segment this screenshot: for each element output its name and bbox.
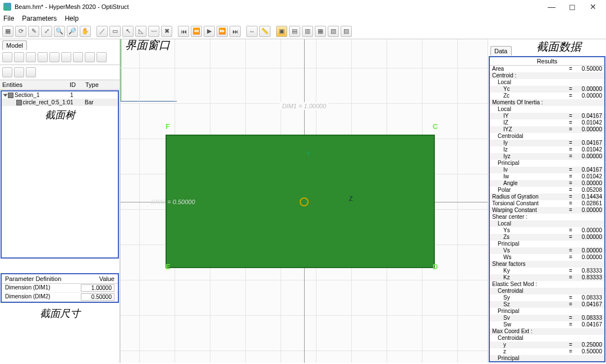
param-row[interactable]: Dimension (DIM2)0.50000 xyxy=(2,293,118,302)
result-row: y=0.25000 xyxy=(490,342,604,348)
close-button[interactable]: ✕ xyxy=(584,2,603,11)
zoom-in-icon[interactable]: 🔍 xyxy=(54,26,65,37)
result-row: Centroidal xyxy=(490,288,604,294)
result-row: Iw=0.01042 xyxy=(490,173,604,180)
result-row: Iy=0.04167 xyxy=(490,140,604,146)
viewport[interactable]: 界面窗口 DIM1 = 1.00000 DIM2 = 0.50000 F C E… xyxy=(120,39,488,363)
play-prev-icon[interactable]: ⏪ xyxy=(191,26,202,37)
measure-icon[interactable]: ↔ xyxy=(246,26,258,37)
layout-5-icon[interactable]: ▧ xyxy=(328,26,339,37)
result-row: Zs=0.00000 xyxy=(490,234,604,241)
result-row: Local xyxy=(490,79,604,86)
window-title: Beam.hm* - HyperMesh 2020 - OptiStruct xyxy=(15,3,129,10)
maximize-button[interactable]: ◻ xyxy=(563,2,582,11)
tree-header-entities[interactable]: Entities xyxy=(2,81,70,88)
pointer-icon[interactable]: ↖ xyxy=(122,26,134,37)
result-row: Iz=0.01042 xyxy=(490,146,604,153)
result-row: Elastic Sect Mod : xyxy=(490,281,604,288)
annotation-data: 截面数据 xyxy=(512,39,606,56)
app-logo-icon xyxy=(3,3,11,11)
layout-4-icon[interactable]: ▦ xyxy=(315,26,326,37)
result-row: Angle=0.00000 xyxy=(490,180,604,187)
result-row: Yc=0.00000 xyxy=(490,86,604,93)
play-next-icon[interactable]: ⏩ xyxy=(217,26,228,37)
left-panel: Model Entities ID Type Section_11circle_… xyxy=(0,39,120,363)
result-row: Centroid : xyxy=(490,72,604,79)
result-row: Kz=0.83333 xyxy=(490,274,604,281)
poly-icon[interactable]: ◺ xyxy=(135,26,146,37)
browser-component-icon[interactable] xyxy=(14,52,24,62)
browser-property-icon[interactable] xyxy=(38,52,48,62)
result-row: Zc=0.00000 xyxy=(490,93,604,99)
minimize-button[interactable]: — xyxy=(542,2,561,11)
layout-6-icon[interactable]: ▨ xyxy=(341,26,352,37)
result-row: Centroidal xyxy=(490,335,604,342)
axis-z-label: Z xyxy=(349,195,353,202)
rect-icon[interactable]: ▭ xyxy=(109,26,121,37)
refresh-icon[interactable]: ⟳ xyxy=(15,26,26,37)
result-row: v=0.25000 xyxy=(490,362,604,362)
curve-icon[interactable]: 〰 xyxy=(148,26,159,37)
browser-other-icon[interactable] xyxy=(97,52,107,62)
layout-2-icon[interactable]: ▤ xyxy=(289,26,300,37)
tab-model[interactable]: Model xyxy=(2,40,27,50)
result-row: Sy=0.08333 xyxy=(490,294,604,301)
pan-icon[interactable]: ✋ xyxy=(80,26,91,37)
layout-3-icon[interactable]: ▥ xyxy=(302,26,313,37)
tree-row[interactable]: circle_rect_0:5_1:01Bar xyxy=(2,99,118,106)
result-row: Moments Of Inertia : xyxy=(490,99,604,106)
delete-icon[interactable]: ✖ xyxy=(161,26,172,37)
result-row: Principal xyxy=(490,241,604,247)
result-row: Local xyxy=(490,106,604,113)
play-last-icon[interactable]: ⏭ xyxy=(229,26,241,37)
parameter-box: Parameter Definition Value Dimension (DI… xyxy=(1,273,119,303)
result-row: Torsional Constant=0.02861 xyxy=(490,200,604,207)
result-row: Principal xyxy=(490,160,604,167)
play-icon[interactable]: ▶ xyxy=(204,26,215,37)
grid-icon[interactable]: ▦ xyxy=(2,26,13,37)
param-row[interactable]: Dimension (DIM1)1.00000 xyxy=(2,284,118,293)
play-first-icon[interactable]: ⏮ xyxy=(178,26,189,37)
result-row: IYZ=0.00000 xyxy=(490,126,604,133)
menu-help[interactable]: Help xyxy=(65,15,79,22)
result-row: Ys=0.00000 xyxy=(490,227,604,234)
browser-material-icon[interactable] xyxy=(26,52,36,62)
result-row: Principal xyxy=(490,308,604,315)
tree-header-id[interactable]: ID xyxy=(70,81,85,88)
result-row: Sv=0.08333 xyxy=(490,315,604,321)
line-icon[interactable]: ／ xyxy=(97,26,108,37)
browser-load-icon[interactable] xyxy=(49,52,59,62)
browser-sub1-icon[interactable] xyxy=(2,67,12,77)
result-row: Shear factors xyxy=(490,261,604,268)
param-header-right: Value xyxy=(99,275,114,282)
axis-y-label: Y xyxy=(306,150,310,157)
tree-header-type[interactable]: Type xyxy=(85,81,117,88)
result-row: Vs=0.00000 xyxy=(490,247,604,254)
dimension-icon[interactable]: 📏 xyxy=(259,26,270,37)
corner-d: D xyxy=(433,262,438,271)
draw-icon[interactable]: ✎ xyxy=(28,26,39,37)
menu-parameters[interactable]: Parameters xyxy=(22,15,57,22)
browser-sub3-icon[interactable] xyxy=(26,67,36,77)
result-row: Max Coord Ext : xyxy=(490,328,604,335)
dim2-label: DIM2 = 0.50000 xyxy=(151,199,195,205)
section-tree: Section_11circle_rect_0:5_1:01Bar 截面树 xyxy=(1,90,119,259)
result-row: Radius of Gyration=0.14434 xyxy=(490,193,604,200)
browser-sub2-icon[interactable] xyxy=(14,67,24,77)
annotation-viewport: 界面窗口 xyxy=(125,38,170,53)
layout-1-icon[interactable]: ▣ xyxy=(276,26,287,37)
tab-data[interactable]: Data xyxy=(490,46,512,56)
browser-filter-icon[interactable] xyxy=(2,52,12,62)
browser-assembly-icon[interactable] xyxy=(73,52,83,62)
tree-row[interactable]: Section_11 xyxy=(2,91,118,99)
results-header: Results xyxy=(490,57,604,66)
result-row: Shear center : xyxy=(490,214,604,220)
annotation-tree: 截面树 xyxy=(2,106,118,124)
zoom-out-icon[interactable]: 🔎 xyxy=(67,26,78,37)
browser-include-icon[interactable] xyxy=(85,52,95,62)
corner-f: F xyxy=(166,122,170,131)
menu-file[interactable]: File xyxy=(3,15,14,22)
browser-set-icon[interactable] xyxy=(61,52,71,62)
zoom-fit-icon[interactable]: ⤢ xyxy=(41,26,52,37)
results-box: Results Area=0.50000Centroid :LocalYc=0.… xyxy=(489,56,605,362)
